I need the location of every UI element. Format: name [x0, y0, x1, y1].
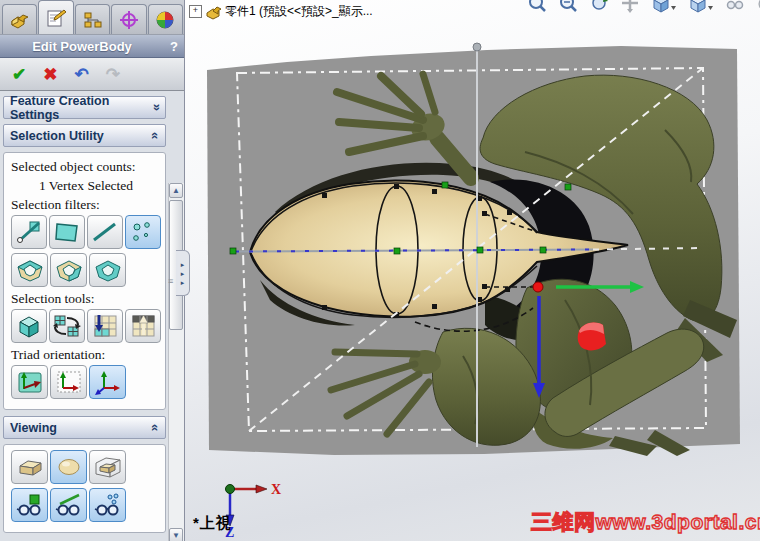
feature-tree-root[interactable]: + 零件1 (預設<<預設>_顯示...	[189, 3, 373, 20]
show-faces-button[interactable]	[11, 488, 48, 522]
grid-down-arrow-icon	[90, 313, 120, 339]
redo-button: ↷	[106, 66, 120, 83]
flyout-arrow-icon: ▸	[181, 270, 185, 277]
triad-2d-icon	[54, 369, 84, 395]
view-smooth-button[interactable]	[50, 450, 87, 484]
scroll-down-button[interactable]: ▼	[169, 528, 183, 541]
view-triad: X Z	[225, 482, 281, 540]
selected-counts-value: 1 Vertex Selected	[11, 178, 161, 194]
cancel-button[interactable]: ✖	[43, 66, 57, 83]
tab-configurations[interactable]	[75, 4, 110, 34]
selection-filters-label: Selection filters:	[11, 197, 161, 213]
triad-3d-icon	[93, 369, 123, 395]
panel-actions: ✔ ✖ ↶ ↷	[0, 58, 184, 91]
application-window: Edit PowerBody ? ✔ ✖ ↶ ↷ Feature Creatio…	[0, 0, 760, 541]
zoom-fit-icon[interactable]	[558, 0, 578, 14]
triad-global-button[interactable]	[89, 365, 126, 399]
page-title: Edit PowerBody	[0, 39, 164, 54]
help-button[interactable]: ?	[164, 39, 184, 54]
property-manager-panel: Edit PowerBody ? ✔ ✖ ↶ ↷ Feature Creatio…	[0, 0, 185, 541]
viewport-canvas[interactable]: X Z	[185, 0, 760, 541]
dimxpert-icon	[118, 10, 140, 30]
tab-appearances[interactable]	[148, 4, 183, 34]
x-axis-arrow	[256, 485, 267, 493]
view-orientation-icon[interactable]	[651, 0, 677, 14]
selection-tools-row	[11, 309, 161, 343]
configurations-icon	[82, 10, 104, 30]
section-label: Selection Utility	[10, 129, 104, 143]
chevron-down-icon: «	[149, 104, 162, 111]
filter-vertex-icon	[128, 219, 158, 245]
pan-icon[interactable]	[620, 0, 640, 14]
filter-face-icon	[52, 219, 82, 245]
glasses-vertex-icon	[93, 492, 123, 518]
section-selection-utility[interactable]: Selection Utility «	[3, 124, 166, 147]
splitter-grip[interactable]: ≡	[168, 276, 173, 286]
filter-edge-icon	[90, 219, 120, 245]
panel-body: Feature Creation Settings « Selection Ut…	[0, 91, 184, 541]
triad-normal-button[interactable]	[11, 365, 48, 399]
section-label: Viewing	[10, 421, 57, 435]
filter-vertex-button[interactable]	[125, 215, 161, 249]
confirm-button[interactable]: ✔	[12, 66, 26, 83]
chevron-up-icon: «	[149, 424, 162, 431]
swap-selection-button[interactable]	[49, 309, 85, 343]
section-viewing[interactable]: Viewing «	[3, 416, 166, 439]
show-vertices-button[interactable]	[89, 488, 126, 522]
cage-with-smooth-icon	[93, 454, 123, 480]
tab-property-manager[interactable]	[38, 0, 73, 34]
section-feature-creation-settings[interactable]: Feature Creation Settings «	[3, 96, 166, 119]
axis-handle[interactable]	[473, 43, 481, 51]
part-icon	[205, 4, 222, 20]
filter-loop-button[interactable]	[11, 253, 48, 287]
triad-orientation-label: Triad orientation:	[11, 347, 161, 363]
tree-expand-icon[interactable]: +	[189, 5, 202, 18]
view-cage-button[interactable]	[11, 450, 48, 484]
grow-selection-up-button[interactable]	[125, 309, 161, 343]
grow-selection-down-button[interactable]	[87, 309, 123, 343]
triad-plane-button[interactable]	[50, 365, 87, 399]
feature-tree-item-label[interactable]: 零件1 (預設<<預設>_顯示...	[225, 3, 373, 20]
view-cage-and-smooth-button[interactable]	[89, 450, 126, 484]
filter-ring-button[interactable]	[50, 253, 87, 287]
chevron-up-icon: «	[149, 132, 162, 139]
selected-counts-label: Selected object counts:	[11, 159, 161, 175]
part-icon	[9, 10, 31, 30]
triad-orientation-row	[11, 365, 161, 399]
glasses-edge-icon	[54, 492, 84, 518]
selection-filter-row-1	[11, 215, 161, 249]
selection-utility-group: Selected object counts: 1 Vertex Selecte…	[3, 152, 166, 410]
scroll-up-button[interactable]: ▲	[169, 183, 183, 198]
display-style-icon[interactable]	[688, 0, 714, 14]
filter-all-button[interactable]	[11, 215, 47, 249]
selected-vertex-marker[interactable]	[533, 282, 543, 292]
show-edges-button[interactable]	[50, 488, 87, 522]
rotate-view-icon[interactable]	[589, 0, 609, 14]
appearance-sphere-icon[interactable]	[756, 0, 760, 14]
swap-grid-icon	[52, 313, 82, 339]
filter-edge-button[interactable]	[87, 215, 123, 249]
panel-flyout-handle[interactable]: ▸ ▸ ▸	[176, 250, 190, 296]
undo-button[interactable]: ↶	[75, 66, 89, 83]
tab-dimxpert[interactable]	[111, 4, 146, 34]
hide-show-icon[interactable]	[725, 0, 745, 14]
flyout-arrow-icon: ▸	[181, 261, 185, 268]
watermark-text: 三维网www.3dportal.cn	[531, 508, 760, 536]
zoom-in-icon[interactable]	[527, 0, 547, 14]
select-body-button[interactable]	[11, 309, 47, 343]
view-toolbar-cut	[527, 0, 760, 14]
flyout-arrow-icon: ▸	[181, 279, 185, 286]
tab-part[interactable]	[2, 4, 37, 34]
cube-icon	[14, 313, 44, 339]
graphics-area[interactable]: + 零件1 (預設<<預設>_顯示...	[185, 0, 760, 541]
smooth-egg-icon	[54, 454, 84, 480]
triad-on-face-icon	[15, 369, 45, 395]
x-axis-label: X	[271, 482, 281, 497]
filter-face-button[interactable]	[49, 215, 85, 249]
panel-scrollbar[interactable]: ▲ ▼	[168, 183, 184, 541]
panel-header: Edit PowerBody ?	[0, 35, 184, 58]
filter-shell-button[interactable]	[89, 253, 126, 287]
viewing-row-2	[11, 488, 161, 522]
grid-up-arrow-icon	[128, 313, 158, 339]
open-bowl-beige-icon	[15, 257, 45, 283]
